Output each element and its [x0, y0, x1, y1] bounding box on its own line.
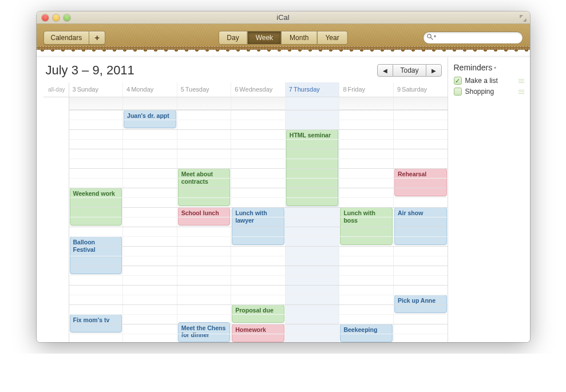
reminder-checkbox[interactable]: ✓: [454, 77, 462, 85]
chevron-down-icon: ▾: [494, 65, 496, 70]
days-area: 3Sunday4Monday5Tuesday6Wednesday7Thursda…: [69, 82, 448, 342]
reminders-title[interactable]: Reminders ▾: [454, 63, 524, 72]
day-header[interactable]: 7Thursday: [286, 82, 340, 97]
grip-icon[interactable]: [518, 90, 524, 94]
reminder-label: Shopping: [465, 88, 494, 96]
torn-paper-edge: [37, 52, 530, 57]
reminders-pane: Reminders ▾ ✓Make a listShopping: [448, 57, 530, 342]
chevron-down-icon: ▾: [434, 34, 436, 39]
prev-button[interactable]: ◀: [377, 64, 393, 77]
time-gutter: all-day 8 AM9 AM10 AM11 AMNoon1 PM2 PM3 …: [43, 82, 69, 342]
calendar-event[interactable]: Proposal due: [232, 304, 284, 323]
calendar-event[interactable]: Fix mom's tv: [70, 314, 122, 332]
day-column[interactable]: Lunch with bossBeekeeping: [339, 97, 394, 342]
day-header[interactable]: 4Monday: [123, 82, 177, 97]
calendar-event[interactable]: Pick up Anne: [394, 295, 447, 313]
view-tab-day[interactable]: Day: [218, 31, 247, 45]
calendar-event[interactable]: Beekeeping: [340, 324, 393, 342]
calendars-button[interactable]: Calendars: [43, 31, 90, 45]
search-wrap: ▾: [423, 31, 523, 44]
calendar-event[interactable]: Lunch with boss: [340, 207, 393, 245]
window-title: iCal: [37, 13, 530, 22]
calendar-event[interactable]: Weekend work: [70, 188, 122, 225]
calendar-grid: all-day 8 AM9 AM10 AM11 AMNoon1 PM2 PM3 …: [43, 82, 448, 342]
view-segmented-control: DayWeekMonthYear: [218, 31, 347, 45]
reminder-checkbox[interactable]: [454, 88, 462, 96]
day-column[interactable]: Lunch with lawyerProposal dueHomework: [231, 97, 286, 342]
calendar-header: July 3 – 9, 2011 ◀ Today ▶: [43, 63, 448, 82]
day-header[interactable]: 9Saturday: [394, 82, 448, 97]
titlebar: iCal: [37, 11, 530, 24]
calendar-event[interactable]: School lunch: [178, 207, 231, 225]
reminder-item[interactable]: Shopping: [454, 88, 524, 96]
view-tab-week[interactable]: Week: [247, 31, 282, 45]
nav-cluster: ◀ Today ▶: [377, 64, 441, 77]
day-column[interactable]: RehearsalAir showPick up Anne: [394, 97, 448, 342]
minimize-window-button[interactable]: [53, 14, 60, 21]
toolbar: Calendars + DayWeekMonthYear ▾: [37, 24, 530, 52]
day-column[interactable]: Weekend workBalloon FestivalFix mom's tv: [69, 97, 124, 342]
day-header[interactable]: 5Tuesday: [177, 82, 232, 97]
view-tab-month[interactable]: Month: [281, 31, 317, 45]
calendar-event[interactable]: Meet about contracts: [178, 168, 231, 206]
reminder-item[interactable]: ✓Make a list: [454, 77, 524, 85]
triangle-right-icon: ▶: [432, 68, 436, 74]
day-header[interactable]: 6Wednesday: [231, 82, 286, 97]
reminder-label: Make a list: [465, 77, 498, 85]
search-icon: ▾: [426, 33, 436, 40]
calendar-event[interactable]: Rehearsal: [394, 168, 447, 196]
calendar-event[interactable]: HTML seminar: [286, 129, 339, 206]
add-button[interactable]: +: [89, 31, 105, 45]
svg-line-1: [430, 37, 432, 39]
calendar-event[interactable]: Air show: [394, 207, 447, 245]
calendar-event[interactable]: Meet the Chens for dinner: [178, 322, 231, 342]
view-tab-year[interactable]: Year: [316, 31, 347, 45]
search-input[interactable]: [423, 31, 523, 44]
today-button[interactable]: Today: [393, 64, 425, 77]
calendar-event[interactable]: Homework: [232, 324, 284, 342]
grid-body[interactable]: Weekend workBalloon FestivalFix mom's tv…: [69, 97, 448, 342]
fullscreen-icon[interactable]: [520, 14, 527, 21]
close-window-button[interactable]: [42, 14, 49, 21]
next-button[interactable]: ▶: [426, 64, 442, 77]
day-header[interactable]: 8Friday: [339, 82, 394, 97]
traffic-lights: [37, 14, 70, 21]
day-headers: 3Sunday4Monday5Tuesday6Wednesday7Thursda…: [69, 82, 448, 97]
grip-icon[interactable]: [518, 79, 524, 83]
date-range-title: July 3 – 9, 2011: [46, 63, 134, 78]
day-column[interactable]: Juan's dr. appt: [123, 97, 177, 342]
zoom-window-button[interactable]: [64, 14, 70, 21]
plus-icon: +: [94, 33, 100, 42]
triangle-left-icon: ◀: [383, 68, 387, 74]
content-area: July 3 – 9, 2011 ◀ Today ▶ all-day 8 AM9…: [37, 57, 530, 342]
day-column[interactable]: Meet about contractsSchool lunchMeet the…: [177, 97, 232, 342]
allday-label: all-day: [43, 82, 69, 97]
calendar-pane: July 3 – 9, 2011 ◀ Today ▶ all-day 8 AM9…: [37, 57, 448, 342]
calendar-event[interactable]: Juan's dr. appt: [124, 110, 176, 128]
day-column[interactable]: HTML seminar: [286, 97, 340, 342]
calendar-event[interactable]: Lunch with lawyer: [232, 207, 284, 245]
reminders-title-label: Reminders: [454, 63, 493, 72]
calendar-event[interactable]: Balloon Festival: [70, 236, 122, 274]
day-header[interactable]: 3Sunday: [69, 82, 124, 97]
app-window: iCal Calendars + DayWeekMonthYear ▾ July…: [37, 11, 530, 342]
